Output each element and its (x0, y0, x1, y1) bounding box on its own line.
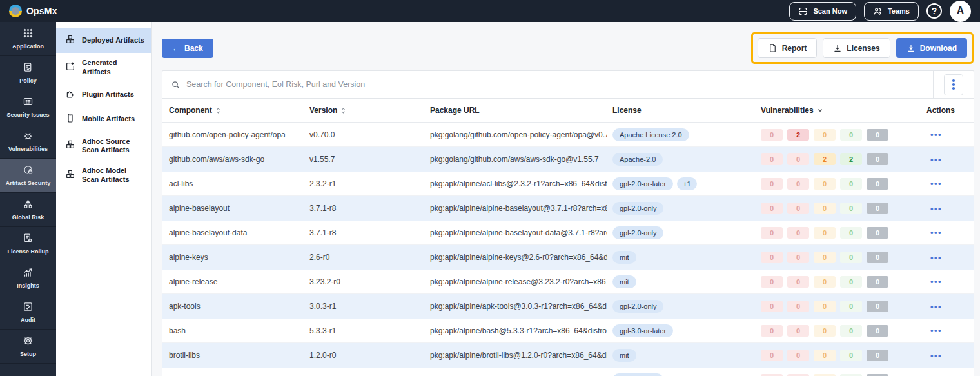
row-actions-menu-button[interactable]: ••• (926, 326, 942, 335)
subnav-item-deployed-artifacts[interactable]: Deployed Artifacts (56, 28, 151, 53)
top-bar: OpsMx Scan Now Teams ? A (0, 0, 980, 22)
row-actions-menu-button[interactable]: ••• (926, 302, 942, 312)
avatar[interactable]: A (950, 1, 971, 22)
table-row[interactable]: acl-libs 2.3.2-r1 pkg:apk/alpine/acl-lib… (162, 172, 974, 196)
row-actions-menu-button[interactable]: ••• (926, 130, 942, 139)
table-row[interactable]: busybox 1.37.0-r30 pkg:apk/alpine/busybo… (162, 368, 974, 376)
vuln-badge-unassigned: 0 (867, 203, 888, 214)
table-row[interactable]: apk-tools 3.0.3-r1 pkg:apk/alpine/apk-to… (162, 294, 974, 319)
vuln-badge-unassigned: 0 (867, 227, 888, 239)
license-pill: gpl-2.0-only (612, 373, 663, 376)
sidebar-item-policy[interactable]: Policy (0, 56, 56, 90)
table-row[interactable]: github.com/open-policy-agent/opa v0.70.0… (162, 123, 974, 147)
row-actions-menu-button[interactable]: ••• (926, 155, 942, 164)
help-icon[interactable]: ? (926, 3, 942, 19)
chevron-down-icon[interactable] (816, 106, 824, 114)
search-icon (171, 80, 181, 90)
scan-now-button[interactable]: Scan Now (789, 2, 856, 21)
row-actions-menu-button[interactable]: ••• (926, 228, 942, 237)
component-cell: alpine-baselayout (162, 204, 304, 213)
version-cell: 5.3.3-r1 (304, 326, 425, 335)
teams-button[interactable]: Teams (864, 2, 919, 21)
scan-frame-icon (798, 6, 808, 16)
search-input[interactable] (186, 80, 925, 89)
vuln-badge-critical: 0 (761, 203, 783, 214)
sort-icon[interactable] (215, 107, 222, 114)
vuln-badge-medium: 0 (814, 374, 836, 376)
vulnerabilities-cell: 00000 (756, 276, 921, 288)
toolbar: ← Back Report Licenses Download (152, 22, 980, 70)
table-row[interactable]: alpine-baselayout-data 3.7.1-r8 pkg:apk/… (162, 221, 974, 245)
subnav-item-mobile-artifacts[interactable]: Mobile Artifacts (56, 107, 151, 132)
version-cell: v0.70.0 (304, 130, 425, 139)
row-actions-menu-button[interactable]: ••• (926, 179, 942, 188)
extra-licenses-pill[interactable]: +1 (677, 177, 697, 190)
row-actions-menu-button[interactable]: ••• (926, 204, 942, 213)
subnav-item-plugin-artifacts[interactable]: Plugin Artifacts (56, 83, 151, 107)
gear-icon (23, 335, 34, 349)
square-plus-icon (65, 61, 75, 74)
vuln-badge-unassigned: 0 (867, 153, 888, 165)
vulnerabilities-cell: 00000 (756, 178, 921, 190)
back-button[interactable]: ← Back (162, 39, 213, 58)
subnav-item-adhoc-model-scan-artifacts[interactable]: Adhoc Model Scan Artifacts (56, 161, 151, 190)
vuln-badge-high: 0 (787, 374, 809, 376)
download-icon (906, 44, 916, 53)
subnav-item-adhoc-source-scan-artifacts[interactable]: Adhoc Source Scan Artifacts (56, 132, 151, 161)
cubes-icon (65, 169, 75, 182)
sidebar-item-insights[interactable]: Insights (0, 261, 56, 295)
sidebar-item-audit[interactable]: Audit (0, 295, 56, 330)
license-cell: gpl-2.0-or-later+1 (607, 177, 756, 190)
sidebar-item-application[interactable]: Application (0, 22, 56, 56)
version-cell: 3.0.3-r1 (304, 302, 425, 311)
license-pill: mit (612, 251, 636, 264)
sidebar-item-vulnerabilities[interactable]: Vulnerabilities (0, 124, 56, 159)
chart-icon (23, 267, 34, 281)
vulnerabilities-cell: 00000 (756, 301, 921, 312)
row-actions-menu-button[interactable]: ••• (926, 253, 942, 262)
package-url-cell: pkg:apk/alpine/brotli-libs@1.2.0-r0?arch… (425, 351, 607, 360)
download-button[interactable]: Download (896, 38, 967, 58)
vuln-badge-medium: 0 (814, 325, 836, 337)
sidebar-item-setup[interactable]: Setup (0, 330, 56, 364)
row-actions-menu-button[interactable]: ••• (926, 277, 942, 286)
table-row[interactable]: alpine-release 3.23.2-r0 pkg:apk/alpine/… (162, 270, 974, 294)
table-options-kebab-button[interactable] (944, 74, 963, 95)
table-row[interactable]: github.com/aws/aws-sdk-go v1.55.7 pkg:go… (162, 147, 974, 172)
hierarchy-icon (23, 199, 34, 212)
main-content: ← Back Report Licenses Download (152, 22, 980, 376)
license-cell: mit (607, 251, 756, 264)
sidebar-item-license-rollup[interactable]: License Rollup (0, 227, 56, 261)
vuln-badge-low: 0 (840, 276, 862, 288)
license-column-header: License (612, 106, 642, 115)
report-button[interactable]: Report (758, 38, 818, 58)
vuln-badge-medium: 2 (814, 153, 836, 165)
table-row[interactable]: bash 5.3.3-r1 pkg:apk/alpine/bash@5.3.3-… (162, 319, 974, 343)
sidebar-item-global-risk[interactable]: Global Risk (0, 193, 56, 227)
vulnerabilities-cell: 02000 (756, 129, 921, 141)
package-url-cell: pkg:apk/alpine/alpine-baselayout-data@3.… (425, 228, 607, 237)
vuln-badge-high: 0 (787, 325, 809, 337)
vuln-badge-medium: 0 (814, 129, 836, 141)
license-pill: mit (612, 275, 636, 288)
license-cell: gpl-2.0-only (607, 373, 756, 376)
subnav-item-generated-artifacts[interactable]: Generated Artifacts (56, 53, 151, 83)
row-actions-menu-button[interactable]: ••• (926, 351, 942, 361)
package-url-cell: pkg:golang/github.com/open-policy-agent/… (425, 130, 607, 139)
license-pill: gpl-2.0-or-later (612, 177, 673, 190)
license-cell: gpl-2.0-only (607, 226, 756, 239)
actions-column-header: Actions (926, 106, 955, 115)
sidebar-item-security-issues[interactable]: Security Issues (0, 90, 56, 124)
vuln-badge-unassigned: 0 (867, 301, 888, 312)
table-row[interactable]: brotli-libs 1.2.0-r0 pkg:apk/alpine/brot… (162, 343, 974, 368)
search-row (162, 71, 974, 99)
artifact-lock-icon (23, 164, 34, 178)
package-url-cell: pkg:apk/alpine/bash@5.3.3-r1?arch=x86_64… (425, 326, 607, 335)
sidebar-item-artifact-security[interactable]: Artifact Security (0, 159, 56, 193)
sort-icon[interactable] (340, 107, 347, 114)
license-pill: gpl-2.0-only (612, 226, 663, 239)
licenses-button[interactable]: Licenses (823, 38, 890, 58)
table-row[interactable]: alpine-baselayout 3.7.1-r8 pkg:apk/alpin… (162, 196, 974, 221)
table-row[interactable]: alpine-keys 2.6-r0 pkg:apk/alpine/alpine… (162, 245, 974, 270)
vulnerabilities-cell: 00000 (756, 252, 921, 263)
